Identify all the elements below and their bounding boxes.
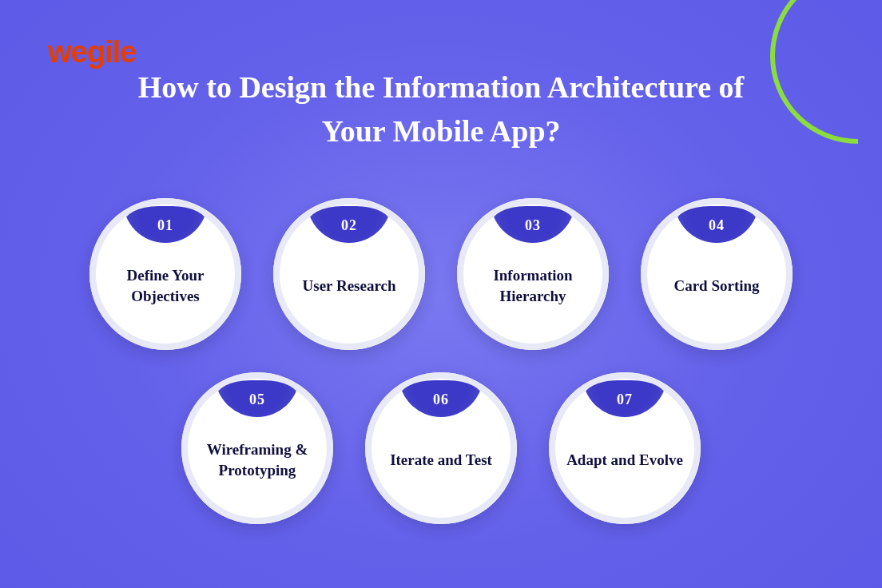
steps-container: 01 Define Your Objectives 02 User Resear… (0, 198, 882, 524)
step-label: Iterate and Test (390, 450, 492, 471)
step-label: Adapt and Evolve (566, 450, 683, 471)
step-number: 02 (341, 217, 357, 234)
step-number: 04 (709, 217, 725, 234)
steps-row-2: 05 Wireframing & Prototyping 06 Iterate … (181, 372, 701, 524)
step-06: 06 Iterate and Test (365, 372, 517, 524)
step-label: Card Sorting (673, 276, 759, 296)
steps-row-1: 01 Define Your Objectives 02 User Resear… (89, 198, 793, 350)
brand-logo: wegile (48, 35, 136, 70)
step-label: Define Your Objectives (107, 265, 224, 306)
diagram-canvas: wegile How to Design the Information Arc… (0, 0, 882, 588)
step-02: 02 User Research (273, 198, 425, 350)
step-label: Information Hierarchy (475, 265, 591, 306)
step-number: 05 (249, 391, 265, 408)
step-label: User Research (303, 276, 396, 296)
step-number: 07 (617, 391, 633, 408)
page-title: How to Design the Information Architectu… (0, 66, 882, 153)
step-01: 01 Define Your Objectives (89, 198, 241, 350)
step-03: 03 Information Hierarchy (457, 198, 609, 350)
step-label: Wireframing & Prototyping (199, 439, 316, 480)
step-number: 01 (157, 217, 173, 234)
step-05: 05 Wireframing & Prototyping (181, 372, 333, 524)
step-04: 04 Card Sorting (641, 198, 793, 350)
step-number: 03 (525, 217, 541, 234)
step-number: 06 (433, 391, 449, 408)
step-07: 07 Adapt and Evolve (549, 372, 701, 524)
